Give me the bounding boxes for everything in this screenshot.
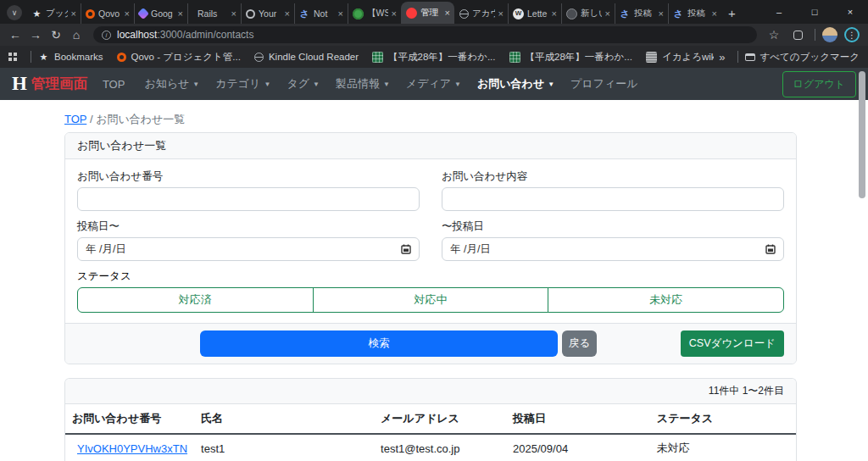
browser-tab[interactable]: Rails × xyxy=(187,3,241,24)
nav-item-label: お問い合わせ xyxy=(477,76,544,92)
browser-tab[interactable]: 投稿 × xyxy=(615,3,668,24)
brand-logo[interactable]: H 管理画面 xyxy=(12,73,87,95)
tab-close-icon[interactable]: × xyxy=(498,8,504,19)
tab-close-icon[interactable]: × xyxy=(285,8,290,19)
tab-close-icon[interactable]: × xyxy=(231,8,236,19)
browser-tab[interactable]: Qovo × xyxy=(81,3,134,24)
forward-icon[interactable]: → xyxy=(25,25,46,44)
bookmark-item[interactable]: Bookmarks xyxy=(38,52,103,63)
gemini-icon xyxy=(137,8,149,19)
browser-tab[interactable]: Not × xyxy=(294,3,348,24)
calendar-icon[interactable] xyxy=(765,244,776,254)
bookmark-item[interactable]: 【平成28年】一番わか... xyxy=(509,51,632,64)
extensions-icon[interactable] xyxy=(787,25,808,44)
status-option-button[interactable]: 対応済 xyxy=(77,287,314,313)
tab-search-icon[interactable]: ∨ xyxy=(7,5,22,20)
spreadsheet-icon xyxy=(372,52,383,63)
tab-close-icon[interactable]: × xyxy=(552,8,557,19)
nav-menu-item[interactable]: タグ ▼ xyxy=(287,76,320,92)
bookmark-label: イカよろwiki Wiki* xyxy=(662,51,714,64)
close-button[interactable]: × xyxy=(832,0,868,24)
browser-tab[interactable]: Goog × xyxy=(134,3,187,24)
chevron-down-icon: ▼ xyxy=(192,81,199,88)
home-icon[interactable]: ⌂ xyxy=(66,25,86,44)
browser-tab[interactable]: Lette × xyxy=(508,3,561,24)
chevron-down-icon: ▼ xyxy=(454,81,461,88)
bookmark-label: 【平成28年】一番わか... xyxy=(388,51,495,64)
tab-title: アカウ xyxy=(472,8,495,19)
back-icon[interactable]: ← xyxy=(5,25,25,44)
browser-tab[interactable]: ブック × xyxy=(27,3,81,24)
back-button[interactable]: 戻る xyxy=(562,330,597,357)
profile-avatar[interactable] xyxy=(822,27,837,42)
tab-close-icon[interactable]: × xyxy=(659,8,664,19)
browser-tab[interactable]: 管理 × xyxy=(401,2,454,24)
table-column-header: メールアドレス xyxy=(374,404,506,434)
maximize-button[interactable]: □ xyxy=(797,0,832,24)
contacts-table: お問い合わせ番号 氏名 メールアドレス 投稿日 ステータス xyxy=(65,404,796,461)
url-text: localhost:3000/admin/contacts xyxy=(117,29,253,41)
date-to-input[interactable]: 年 /月/日 xyxy=(442,237,784,261)
site-info-icon[interactable]: i xyxy=(102,31,111,40)
tab-close-icon[interactable]: × xyxy=(605,8,610,19)
breadcrumb-top-link[interactable]: TOP xyxy=(64,113,86,125)
browser-tab[interactable]: 新しい × xyxy=(561,3,615,24)
url-host: localhost xyxy=(117,29,157,41)
bookmarks-overflow-button[interactable]: » xyxy=(714,51,730,64)
nav-menu-item[interactable]: お問い合わせ ▼ xyxy=(477,76,554,92)
browser-tab[interactable]: 投稿 × xyxy=(668,3,721,24)
spreadsheet-icon xyxy=(509,52,520,63)
browser-tab[interactable]: アカウ × xyxy=(454,3,508,24)
tab-title: 投稿 xyxy=(687,8,709,19)
tab-close-icon[interactable]: × xyxy=(712,8,717,19)
csv-download-button[interactable]: CSVダウンロード xyxy=(681,330,784,357)
reload-icon[interactable]: ↻ xyxy=(46,25,66,44)
nav-menu-item[interactable]: メディア ▼ xyxy=(406,76,461,92)
contact-number-link[interactable]: YIvOKH0YPVHw3xTN xyxy=(77,442,187,455)
tab-title: ブック xyxy=(46,8,68,19)
tab-close-icon[interactable]: × xyxy=(125,8,130,19)
all-bookmarks-button[interactable]: すべてのブックマーク xyxy=(745,51,860,64)
date-from-input[interactable]: 年 /月/日 xyxy=(77,237,420,261)
bookmark-item[interactable]: Qovo - プロジェクト管... xyxy=(117,51,241,64)
nav-menu-item[interactable]: プロフィール xyxy=(570,76,642,92)
browser-menu-icon[interactable]: ⋮ xyxy=(844,27,860,42)
search-form: お問い合わせ番号 お問い合わせ内容 投稿日〜 年 /月/日 xyxy=(65,159,796,323)
address-bar[interactable]: i localhost:3000/admin/contacts xyxy=(93,26,757,43)
new-tab-button[interactable]: + xyxy=(728,6,736,20)
status-option-button[interactable]: 未対応 xyxy=(548,287,784,313)
apps-grid-icon[interactable] xyxy=(8,53,17,61)
chevron-down-icon: ▼ xyxy=(548,81,554,88)
bookmark-item[interactable]: Kindle Cloud Reader xyxy=(254,52,359,62)
nav-menu-item[interactable]: TOP xyxy=(103,78,129,91)
minimize-button[interactable]: – xyxy=(761,0,797,24)
nav-menu-item[interactable]: カテゴリ ▼ xyxy=(215,76,270,92)
tab-close-icon[interactable]: × xyxy=(338,8,343,19)
extensions-glyph xyxy=(793,31,803,40)
tab-close-icon[interactable]: × xyxy=(392,8,397,19)
contact-content-input[interactable] xyxy=(442,187,784,211)
scrollbar-thumb[interactable] xyxy=(859,71,865,198)
tab-close-icon[interactable]: × xyxy=(71,8,76,19)
nav-menu-item[interactable]: お知らせ ▼ xyxy=(144,76,199,92)
calendar-icon[interactable] xyxy=(401,244,411,254)
search-button[interactable]: 検索 xyxy=(200,330,558,357)
tab-close-icon[interactable]: × xyxy=(178,8,183,19)
browser-window: ∨ ブック × Qovo × Goog × xyxy=(0,0,868,461)
bookmark-item[interactable]: 【平成28年】一番わか... xyxy=(372,51,495,64)
tab-close-icon[interactable]: × xyxy=(445,8,450,18)
bookmark-item[interactable]: イカよろwiki Wiki* xyxy=(646,51,714,64)
toolbar-right: ☆ ⋮ xyxy=(764,25,863,44)
contact-content-label: お問い合わせ内容 xyxy=(442,169,784,184)
contact-number-input[interactable] xyxy=(77,187,420,211)
browser-tab[interactable]: 【WS × xyxy=(348,3,401,24)
nav-menu-item[interactable]: 製品情報 ▼ xyxy=(336,76,390,92)
status-button-group: 対応済 対応中 未対応 xyxy=(77,287,784,313)
bookmark-star-icon[interactable]: ☆ xyxy=(764,25,784,44)
contact-email-cell: test1@test.co.jp xyxy=(374,434,506,461)
bookmark-label: Bookmarks xyxy=(54,52,103,62)
status-option-button[interactable]: 対応中 xyxy=(313,287,549,313)
logout-button[interactable]: ログアウト xyxy=(782,71,856,97)
table-column-header: 氏名 xyxy=(194,404,374,434)
browser-tab[interactable]: Your × xyxy=(241,3,294,24)
